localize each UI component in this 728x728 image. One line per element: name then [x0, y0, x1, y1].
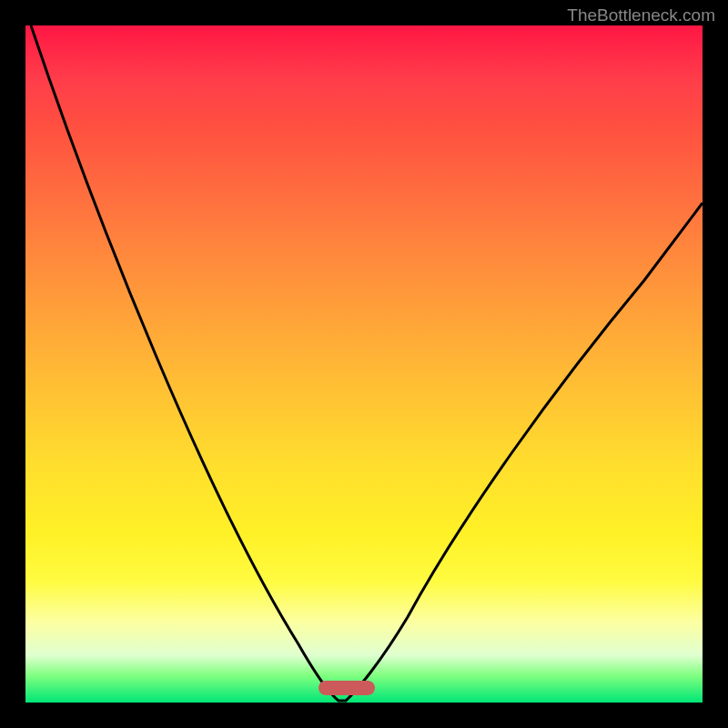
- chart-plot-area: [25, 25, 703, 703]
- watermark-text: TheBottleneck.com: [567, 5, 715, 25]
- bottleneck-curve: [25, 25, 703, 703]
- optimal-range-marker: [318, 681, 375, 695]
